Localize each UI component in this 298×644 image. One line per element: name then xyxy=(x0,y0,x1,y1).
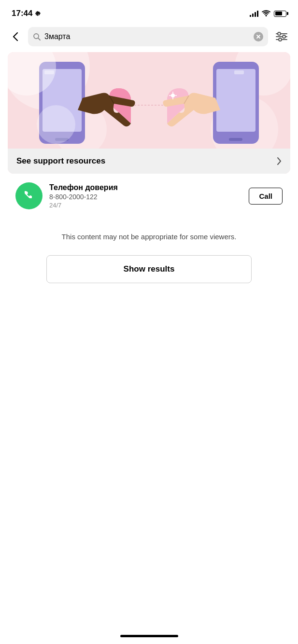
banner-footer[interactable]: See support resources xyxy=(8,149,290,174)
support-illustration xyxy=(8,52,290,149)
svg-point-11 xyxy=(283,35,285,38)
back-button[interactable] xyxy=(8,29,23,44)
support-banner[interactable]: See support resources xyxy=(8,52,290,174)
svg-point-2 xyxy=(266,15,267,16)
svg-rect-18 xyxy=(43,69,82,132)
phone-circle xyxy=(15,182,43,209)
svg-rect-19 xyxy=(55,138,69,141)
svg-point-12 xyxy=(279,38,282,41)
signal-icon xyxy=(250,10,258,17)
svg-rect-20 xyxy=(44,70,54,74)
svg-rect-24 xyxy=(234,70,244,74)
search-icon xyxy=(33,33,41,41)
banner-footer-text: See support resources xyxy=(16,156,105,166)
phone-icon xyxy=(23,190,35,202)
hotline-hours: 24/7 xyxy=(49,202,242,209)
search-bar-row: 3марта xyxy=(0,24,298,52)
hotline-info: Телефон доверия 8-800-2000-122 24/7 xyxy=(49,183,242,209)
search-input-container[interactable]: 3марта xyxy=(28,27,268,46)
filter-button[interactable] xyxy=(273,28,290,45)
hotline-name: Телефон доверия xyxy=(49,183,242,192)
hotline-card: Телефон доверия 8-800-2000-122 24/7 Call xyxy=(8,174,290,218)
home-indicator xyxy=(120,635,178,637)
call-button[interactable]: Call xyxy=(249,188,283,205)
filter-icon xyxy=(275,31,288,42)
back-chevron-icon xyxy=(13,32,18,41)
search-query: 3марта xyxy=(44,32,250,41)
warning-message: This content may not be appropriate for … xyxy=(62,233,237,241)
battery-icon xyxy=(274,11,286,17)
banner-image xyxy=(8,52,290,149)
location-icon xyxy=(35,11,41,16)
hotline-number: 8-800-2000-122 xyxy=(49,193,242,201)
status-time: 17:44 xyxy=(12,9,41,18)
svg-point-10 xyxy=(278,32,281,35)
content-warning: This content may not be appropriate for … xyxy=(0,218,298,250)
svg-rect-23 xyxy=(229,138,242,141)
svg-line-4 xyxy=(38,38,40,40)
svg-rect-22 xyxy=(216,69,255,132)
clear-icon xyxy=(256,34,261,39)
chevron-right-icon xyxy=(277,157,282,165)
wifi-icon xyxy=(262,10,270,17)
show-results-button[interactable]: Show results xyxy=(46,255,252,283)
clear-search-button[interactable] xyxy=(254,32,263,41)
status-icons xyxy=(250,10,286,17)
status-bar: 17:44 xyxy=(0,0,298,24)
